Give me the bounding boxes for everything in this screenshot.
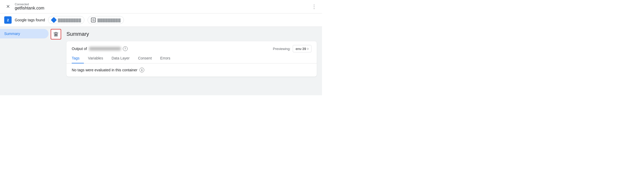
tag-bar: 2 Google tags found ▓▓▓▓▓▓▓▓▓ G ▓▓▓▓▓▓▓▓… — [0, 13, 322, 27]
tab-variables[interactable]: Variables — [84, 53, 107, 63]
trash-icon — [53, 31, 59, 37]
more-icon: ⋮ — [311, 3, 317, 10]
header-left: ✕ Connected getfishtank.com — [4, 3, 44, 11]
tabs-bar: Tags Variables Data Layer Consent Errors — [66, 53, 317, 63]
tag-bar-label: Google tags found — [15, 18, 45, 22]
container-name-blurred — [89, 47, 121, 51]
header: ✕ Connected getfishtank.com ⋮ — [0, 0, 322, 13]
tag-chip-1[interactable]: ▓▓▓▓▓▓▓▓▓ — [48, 16, 84, 24]
diamond-icon — [51, 18, 56, 22]
chevron-right-icon: › — [307, 46, 309, 51]
header-title-block: Connected getfishtank.com — [15, 3, 44, 11]
page-title: Summary — [66, 31, 317, 37]
trash-button[interactable] — [51, 29, 61, 39]
tab-tags[interactable]: Tags — [72, 53, 84, 63]
env-selector-button[interactable]: env-39 › — [293, 45, 311, 52]
output-card-header: Output of ? Previewing: env-39 › — [66, 41, 317, 52]
tab-data-layer[interactable]: Data Layer — [107, 53, 134, 63]
tab-errors[interactable]: Errors — [156, 53, 175, 63]
content-area: Summary Output of ? Previewing: env-39 › — [61, 27, 322, 95]
trash-button-wrapper — [51, 28, 61, 39]
g-icon: G — [91, 18, 96, 22]
close-icon: ✕ — [6, 4, 10, 9]
tag-chip-1-text: ▓▓▓▓▓▓▓▓▓ — [58, 18, 81, 22]
tag-chip-2[interactable]: G ▓▓▓▓▓▓▓▓▓ — [88, 16, 124, 24]
sidebar-item-summary[interactable]: Summary — [0, 29, 49, 38]
sidebar-item-label: Summary — [4, 32, 20, 36]
no-tags-message: No tags were evaluated in this container… — [66, 63, 317, 77]
help-icon[interactable]: ? — [123, 46, 128, 51]
previewing-label: Previewing: — [273, 47, 291, 51]
sidebar-section: Summary — [0, 27, 61, 95]
more-options-button[interactable]: ⋮ — [310, 3, 318, 10]
domain-name: getfishtank.com — [15, 6, 44, 11]
no-tags-help-icon[interactable]: ℹ — [140, 68, 144, 72]
close-button[interactable]: ✕ — [4, 3, 12, 10]
output-of-label: Output of — [72, 47, 87, 51]
output-card: Output of ? Previewing: env-39 › Tags Va… — [66, 41, 317, 77]
env-label: env-39 — [296, 47, 306, 51]
sidebar: Summary — [0, 28, 51, 39]
tab-consent[interactable]: Consent — [134, 53, 156, 63]
main-layout: Summary Summary — [0, 27, 322, 95]
tag-chip-2-text: ▓▓▓▓▓▓▓▓▓ — [97, 18, 121, 22]
connection-status: Connected — [15, 3, 44, 6]
previewing-section: Previewing: env-39 › — [273, 45, 311, 52]
output-of-text: Output of ? — [72, 46, 128, 51]
tag-count-badge: 2 — [4, 16, 12, 24]
no-tags-text: No tags were evaluated in this container — [72, 68, 137, 72]
